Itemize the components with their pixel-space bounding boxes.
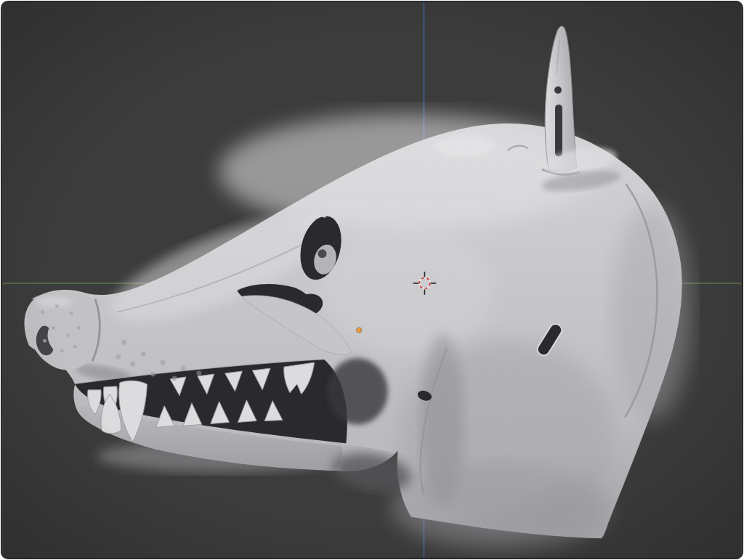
vignette-overlay	[3, 2, 741, 558]
3d-viewport[interactable]	[1, 1, 743, 559]
viewport-canvas[interactable]	[2, 2, 742, 558]
screenshot-stage	[0, 0, 744, 560]
object-origin-point	[357, 328, 362, 333]
